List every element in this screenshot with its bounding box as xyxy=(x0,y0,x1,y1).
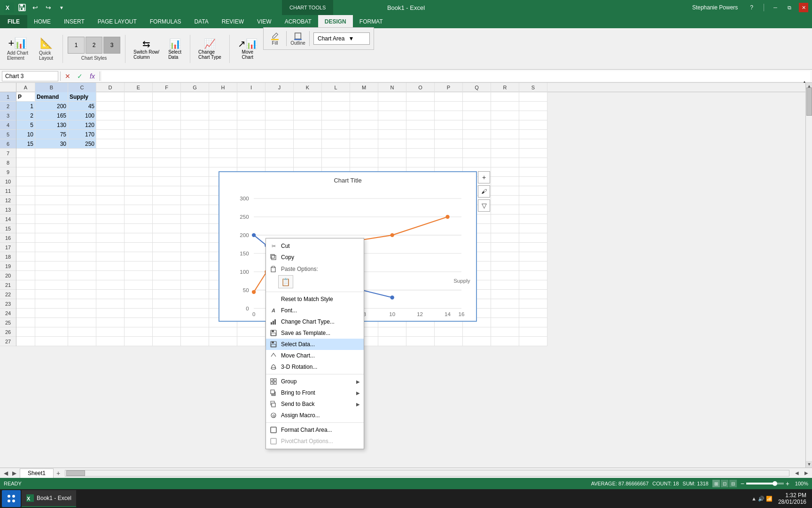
cell-d4[interactable] xyxy=(96,120,125,130)
cell-c-19[interactable] xyxy=(68,262,96,271)
cell-a-23[interactable] xyxy=(16,299,35,309)
cell-i1[interactable] xyxy=(237,92,265,102)
cell-o-27[interactable] xyxy=(406,337,435,346)
cell-g-23[interactable] xyxy=(181,299,209,309)
cell-s-12[interactable] xyxy=(519,196,547,205)
cell-d-7[interactable] xyxy=(96,149,125,158)
start-button[interactable] xyxy=(2,490,21,507)
cell-j5[interactable] xyxy=(265,130,294,139)
cell-e-14[interactable] xyxy=(125,214,153,224)
cell-r-12[interactable] xyxy=(491,196,519,205)
cell-h3[interactable] xyxy=(209,111,237,120)
cell-n-26[interactable] xyxy=(378,327,406,337)
cell-b-20[interactable] xyxy=(35,271,68,280)
help-icon[interactable]: ? xyxy=(750,4,753,11)
outline-button[interactable]: Outline xyxy=(290,31,305,46)
cell-p3[interactable] xyxy=(435,111,463,120)
cell-e-16[interactable] xyxy=(125,233,153,243)
cell-a5[interactable]: 10 xyxy=(16,130,35,139)
cell-c-16[interactable] xyxy=(68,233,96,243)
cell-n3[interactable] xyxy=(378,111,406,120)
cell-s-11[interactable] xyxy=(519,186,547,196)
cell-c-21[interactable] xyxy=(68,280,96,290)
cell-e-19[interactable] xyxy=(125,262,153,271)
cell-r2[interactable] xyxy=(491,102,519,111)
cell-l6[interactable] xyxy=(322,139,350,149)
cell-d-21[interactable] xyxy=(96,280,125,290)
cell-h-27[interactable] xyxy=(209,337,237,346)
cell-g-12[interactable] xyxy=(181,196,209,205)
cell-b-17[interactable] xyxy=(35,243,68,252)
fill-button[interactable]: Fill xyxy=(267,31,282,46)
cell-k6[interactable] xyxy=(294,139,322,149)
name-box[interactable]: Chart 3 xyxy=(2,71,58,81)
cell-d1[interactable] xyxy=(96,92,125,102)
cell-h4[interactable] xyxy=(209,120,237,130)
cell-q-27[interactable] xyxy=(463,337,491,346)
cell-b6[interactable]: 30 xyxy=(35,139,68,149)
cell-l2[interactable] xyxy=(322,102,350,111)
ctx-change-chart-type[interactable]: Change Chart Type... xyxy=(266,316,364,327)
cell-s-23[interactable] xyxy=(519,299,547,309)
cell-e-15[interactable] xyxy=(125,224,153,233)
cell-c3[interactable]: 100 xyxy=(68,111,96,120)
cell-p4[interactable] xyxy=(435,120,463,130)
cell-d-22[interactable] xyxy=(96,290,125,299)
tab-sheet1[interactable]: Sheet1 xyxy=(20,468,54,478)
tab-view[interactable]: VIEW xyxy=(250,15,278,28)
cell-k5[interactable] xyxy=(294,130,322,139)
cell-a-7[interactable] xyxy=(16,149,35,158)
cell-j1[interactable] xyxy=(265,92,294,102)
cell-s-19[interactable] xyxy=(519,262,547,271)
cell-r4[interactable] xyxy=(491,120,519,130)
cell-l-8[interactable] xyxy=(322,158,350,167)
cell-a-12[interactable] xyxy=(16,196,35,205)
cell-e-22[interactable] xyxy=(125,290,153,299)
cell-o-26[interactable] xyxy=(406,327,435,337)
cell-f-8[interactable] xyxy=(153,158,181,167)
cell-c-9[interactable] xyxy=(68,167,96,177)
cell-o6[interactable] xyxy=(406,139,435,149)
cell-e5[interactable] xyxy=(125,130,153,139)
cell-c-7[interactable] xyxy=(68,149,96,158)
paste-clipboard-btn[interactable]: 📋 xyxy=(278,275,293,288)
cell-g-17[interactable] xyxy=(181,243,209,252)
cell-s5[interactable] xyxy=(519,130,547,139)
ctx-bring-to-front[interactable]: Bring to Front ▶ xyxy=(266,387,364,398)
cell-g-18[interactable] xyxy=(181,252,209,262)
cell-m-7[interactable] xyxy=(350,149,378,158)
cell-q-7[interactable] xyxy=(463,149,491,158)
cell-e-11[interactable] xyxy=(125,186,153,196)
cell-b1[interactable]: Demand xyxy=(35,92,68,102)
cell-f-23[interactable] xyxy=(153,299,181,309)
cell-a-14[interactable] xyxy=(16,214,35,224)
cell-k4[interactable] xyxy=(294,120,322,130)
cell-r-22[interactable] xyxy=(491,290,519,299)
cell-g-7[interactable] xyxy=(181,149,209,158)
cell-i5[interactable] xyxy=(237,130,265,139)
cell-i3[interactable] xyxy=(237,111,265,120)
cell-g2[interactable] xyxy=(181,102,209,111)
cell-s-13[interactable] xyxy=(519,205,547,214)
h-scroll-thumb[interactable] xyxy=(66,470,85,476)
cell-e-26[interactable] xyxy=(125,327,153,337)
ctx-select-data[interactable]: Select Data... xyxy=(266,339,364,350)
cell-g-20[interactable] xyxy=(181,271,209,280)
cell-d-11[interactable] xyxy=(96,186,125,196)
cell-f-18[interactable] xyxy=(153,252,181,262)
cell-f-14[interactable] xyxy=(153,214,181,224)
cell-c-15[interactable] xyxy=(68,224,96,233)
cell-f-25[interactable] xyxy=(153,318,181,327)
cell-q1[interactable] xyxy=(463,92,491,102)
cell-c-13[interactable] xyxy=(68,205,96,214)
cell-d-14[interactable] xyxy=(96,214,125,224)
cell-i-26[interactable] xyxy=(237,327,265,337)
cell-s-21[interactable] xyxy=(519,280,547,290)
cell-c5[interactable]: 170 xyxy=(68,130,96,139)
quick-layout-btn[interactable]: 📐 QuickLayout xyxy=(34,35,58,63)
cell-e-7[interactable] xyxy=(125,149,153,158)
cell-s3[interactable] xyxy=(519,111,547,120)
cell-b-11[interactable] xyxy=(35,186,68,196)
move-chart-btn[interactable]: ↗📊 MoveChart xyxy=(234,36,261,62)
cell-m6[interactable] xyxy=(350,139,378,149)
